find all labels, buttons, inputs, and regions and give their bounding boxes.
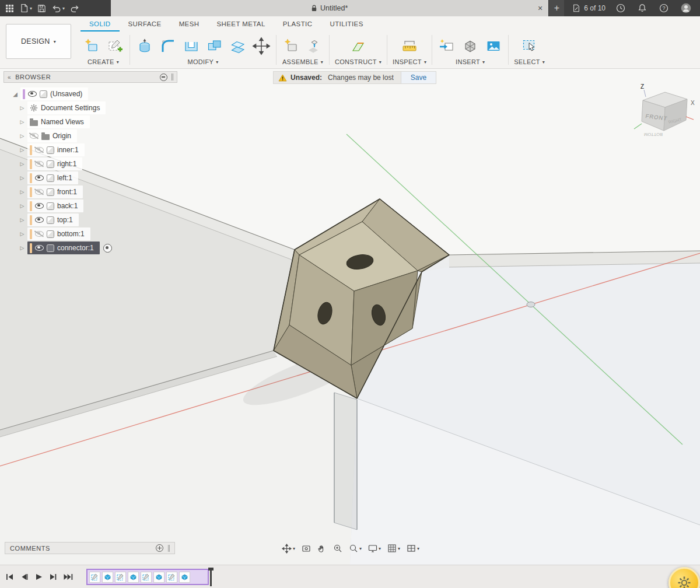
press-pull-button[interactable] — [135, 37, 154, 55]
expand-arrow-icon[interactable]: ▷ — [19, 175, 26, 181]
zoom-options-button[interactable]: ▾ — [347, 544, 363, 553]
browser-header[interactable]: « BROWSER — [4, 71, 177, 83]
timeline-feature-sketch-icon[interactable] — [89, 572, 100, 583]
construct-menu[interactable]: CONSTRUCT▾ — [335, 58, 382, 66]
panel-grip[interactable] — [168, 545, 170, 552]
construct-plane-button[interactable] — [349, 37, 368, 55]
browser-item-front[interactable]: ▷ front:1 — [4, 185, 177, 199]
tab-sheet-metal[interactable]: SHEET METAL — [208, 16, 274, 32]
panel-grip[interactable] — [172, 74, 173, 80]
tab-plastic[interactable]: PLASTIC — [274, 16, 321, 32]
move-button[interactable] — [252, 37, 271, 55]
account-button[interactable] — [679, 2, 693, 15]
visibility-eye-off-icon[interactable] — [30, 133, 38, 139]
insert-file-button[interactable] — [438, 37, 456, 55]
browser-item-right[interactable]: ▷ right:1 — [4, 157, 177, 171]
job-status[interactable]: 6 of 10 — [572, 4, 606, 12]
insert-mesh-button[interactable] — [461, 37, 480, 55]
insert-canvas-button[interactable] — [484, 37, 503, 55]
select-menu[interactable]: SELECT▾ — [514, 58, 545, 66]
grid-settings-button[interactable]: ▾ — [386, 544, 402, 553]
timeline-feature-sketch-icon[interactable] — [115, 572, 126, 583]
tab-surface[interactable]: SURFACE — [120, 16, 170, 32]
collapse-panel-icon[interactable]: « — [8, 74, 11, 80]
visibility-eye-icon[interactable] — [35, 203, 44, 209]
add-comment-icon[interactable] — [156, 544, 163, 552]
new-component-button[interactable] — [82, 37, 101, 55]
create-sketch-button[interactable] — [106, 37, 124, 55]
shell-button[interactable] — [182, 37, 201, 55]
expand-arrow-icon[interactable]: ◢ — [12, 91, 19, 97]
redo-button[interactable] — [68, 3, 82, 14]
browser-item-origin[interactable]: ▷ Origin — [4, 129, 177, 143]
document-tab[interactable]: Untitled* × — [111, 0, 548, 16]
timeline-feature-sketch-icon[interactable] — [141, 572, 152, 583]
tab-mesh[interactable]: MESH — [170, 16, 208, 32]
expand-arrow-icon[interactable]: ▷ — [19, 231, 26, 237]
visibility-eye-icon[interactable] — [35, 175, 44, 181]
comments-panel[interactable]: COMMENTS — [5, 542, 175, 554]
combine-button[interactable] — [205, 37, 224, 55]
app-grid-button[interactable] — [4, 3, 16, 14]
expand-arrow-icon[interactable]: ▷ — [19, 217, 26, 223]
select-button[interactable] — [520, 37, 539, 55]
close-tab-icon[interactable]: × — [538, 4, 542, 13]
timeline-feature-extrude-icon[interactable] — [128, 572, 139, 583]
step-back-button[interactable] — [18, 570, 30, 583]
help-button[interactable]: ? — [657, 2, 670, 14]
expand-arrow-icon[interactable]: ▷ — [19, 245, 26, 251]
workspace-selector[interactable]: DESIGN ▾ — [6, 24, 71, 59]
new-tab-button[interactable]: + — [548, 0, 564, 16]
play-button[interactable] — [33, 570, 45, 583]
step-forward-button[interactable] — [47, 570, 60, 583]
activate-component-radio[interactable] — [103, 244, 112, 253]
expand-arrow-icon[interactable]: ▷ — [19, 189, 26, 195]
insert-menu[interactable]: INSERT▾ — [456, 58, 485, 66]
browser-item-inner[interactable]: ▷ inner:1 — [4, 143, 177, 157]
expand-arrow-icon[interactable]: ▷ — [19, 203, 26, 209]
pan-button[interactable] — [316, 544, 328, 553]
display-settings-button[interactable]: ▾ — [366, 544, 383, 553]
skip-to-start-button[interactable] — [4, 570, 16, 583]
undo-button[interactable]: ▾ — [50, 3, 66, 14]
browser-item-connector[interactable]: ▷ connector:1 — [4, 241, 177, 255]
browser-item-top[interactable]: ▷ top:1 — [4, 213, 177, 227]
visibility-eye-off-icon[interactable] — [35, 231, 44, 237]
visibility-eye-icon[interactable] — [35, 245, 44, 251]
fillet-button[interactable] — [159, 37, 177, 55]
origin-marker[interactable] — [527, 302, 535, 307]
visibility-eye-off-icon[interactable] — [35, 147, 44, 153]
offset-face-button[interactable] — [229, 37, 247, 55]
timeline-position-marker[interactable] — [210, 568, 212, 586]
visibility-eye-off-icon[interactable] — [35, 161, 44, 167]
browser-item-root[interactable]: ◢ (Unsaved) — [4, 87, 177, 101]
expand-arrow-icon[interactable]: ▷ — [19, 105, 26, 111]
timeline-feature-sketch-icon[interactable] — [166, 572, 177, 583]
activity-button[interactable] — [614, 2, 627, 14]
orbit-button[interactable]: ▾ — [280, 544, 297, 554]
tab-solid[interactable]: SOLID — [80, 16, 120, 32]
joint-button[interactable] — [305, 37, 324, 55]
browser-item-named-views[interactable]: ▷ Named Views — [4, 115, 177, 129]
visibility-eye-off-icon[interactable] — [35, 189, 44, 195]
skip-to-end-button[interactable] — [62, 570, 74, 583]
browser-item-left[interactable]: ▷ left:1 — [4, 171, 177, 185]
save-button[interactable] — [36, 3, 48, 14]
create-menu[interactable]: CREATE▾ — [88, 58, 119, 66]
viewports-button[interactable]: ▾ — [405, 544, 421, 553]
save-action-button[interactable]: Save — [401, 71, 436, 84]
notifications-button[interactable] — [636, 2, 649, 14]
browser-item-document-settings[interactable]: ▷ Document Settings — [4, 101, 177, 115]
expand-arrow-icon[interactable]: ▷ — [19, 147, 26, 153]
timeline-feature-extrude-icon[interactable] — [153, 572, 164, 583]
file-menu-button[interactable]: ▾ — [18, 2, 34, 14]
timeline-feature-region[interactable] — [86, 569, 209, 585]
inspect-menu[interactable]: INSPECT▾ — [393, 58, 426, 66]
measure-button[interactable] — [400, 37, 419, 55]
browser-item-back[interactable]: ▷ back:1 — [4, 199, 177, 213]
expand-arrow-icon[interactable]: ▷ — [19, 133, 26, 139]
expand-arrow-icon[interactable]: ▷ — [19, 119, 26, 125]
visibility-eye-icon[interactable] — [28, 91, 37, 97]
look-at-button[interactable] — [300, 544, 313, 553]
visibility-eye-icon[interactable] — [35, 217, 44, 223]
